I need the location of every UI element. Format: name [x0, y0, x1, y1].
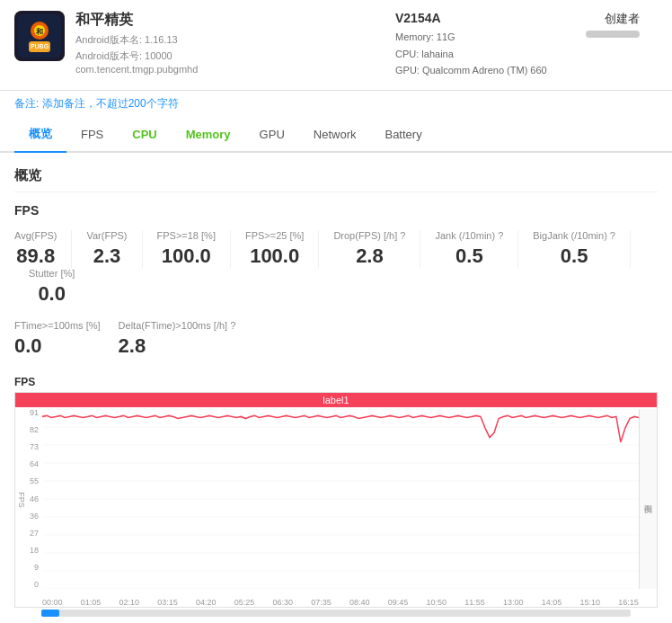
sub-metric-delta-label: Delta(FTime)>100ms [/h] ?	[119, 320, 236, 331]
app-header: PUBG 和 和平精英 Android版本名: 1.16.13 Android版…	[0, 0, 672, 91]
svg-text:和: 和	[35, 28, 43, 36]
fps-chart-svg	[42, 409, 639, 589]
app-name: 和平精英	[75, 11, 385, 30]
fps-sub-metrics-row: FTime>=100ms [%] 0.0 Delta(FTime)>100ms …	[14, 320, 658, 358]
x-label-1155: 11:55	[464, 598, 485, 607]
creator-section: 创建者	[586, 11, 658, 38]
chart-title: FPS	[14, 376, 658, 388]
metric-jank-label: Jank (/10min) ?	[435, 230, 503, 241]
app-icon: PUBG 和	[14, 11, 65, 61]
sub-metric-ftime-label: FTime>=100ms [%]	[14, 320, 101, 331]
main-content: 概览 FPS Avg(FPS) 89.8 Var(FPS) 2.3 FPS>=1…	[0, 153, 672, 623]
device-cpu: CPU: lahaina	[395, 46, 575, 63]
fps-chart-section: FPS label1 91 82 73 64 55 46 36 27 18 9 …	[14, 376, 658, 623]
tab-overview[interactable]: 概览	[14, 117, 66, 153]
y-label-82: 82	[30, 426, 39, 434]
device-version: V2154A	[395, 11, 575, 25]
metric-drop-fps: Drop(FPS) [/h] ? 2.8	[319, 230, 420, 268]
y-label-73: 73	[30, 443, 39, 451]
x-label-0630: 06:30	[273, 598, 294, 607]
fps-line	[42, 415, 639, 441]
svg-text:PUBG: PUBG	[31, 43, 49, 49]
x-label-1405: 14:05	[542, 598, 562, 607]
metric-var-fps-label: Var(FPS)	[86, 230, 127, 241]
x-label-0525: 05:25	[234, 598, 255, 607]
y-label-18: 18	[30, 547, 39, 555]
creator-label: 创建者	[586, 11, 658, 27]
y-label-46: 46	[30, 495, 39, 503]
tab-bar: 概览 FPS CPU Memory GPU Network Battery	[0, 117, 672, 153]
metric-fps25-value: 100.0	[245, 245, 304, 268]
chart-container[interactable]: label1 91 82 73 64 55 46 36 27 18 9 0	[14, 392, 658, 608]
chart-scrollbar-container	[14, 608, 658, 622]
app-info: 和平精英 Android版本名: 1.16.13 Android版本号: 100…	[75, 11, 385, 75]
tab-network[interactable]: Network	[299, 119, 371, 152]
metric-bigjank-value: 0.5	[533, 245, 615, 268]
y-label-27: 27	[30, 530, 39, 538]
y-label-64: 64	[30, 460, 39, 468]
sub-metric-ftime-value: 0.0	[14, 334, 101, 358]
x-label-1510: 15:10	[580, 598, 601, 607]
chart-scrollbar[interactable]	[41, 610, 631, 617]
y-label-9: 9	[34, 564, 39, 572]
sub-metric-delta-value: 2.8	[119, 334, 236, 358]
device-memory: Memory: 11G	[395, 29, 575, 46]
metric-jank-value: 0.5	[435, 245, 503, 268]
x-label-0840: 08:40	[349, 598, 370, 607]
device-gpu: GPU: Qualcomm Adreno (TM) 660	[395, 62, 575, 79]
metric-jank: Jank (/10min) ? 0.5	[420, 230, 518, 268]
fps-section: FPS Avg(FPS) 89.8 Var(FPS) 2.3 FPS>=18 […	[14, 203, 658, 623]
y-label-0: 0	[34, 581, 39, 589]
metric-avg-fps-label: Avg(FPS)	[14, 230, 57, 241]
tab-fps[interactable]: FPS	[66, 119, 118, 152]
notes-text[interactable]: 备注: 添加备注，不超过200个字符	[0, 91, 672, 117]
metric-fps25-label: FPS>=25 [%]	[245, 230, 304, 241]
x-label-0945: 09:45	[388, 598, 409, 607]
metric-fps18-label: FPS>=18 [%]	[157, 230, 216, 241]
metric-fps25: FPS>=25 [%] 100.0	[231, 230, 319, 268]
package-name: com.tencent.tmgp.pubgmhd	[75, 64, 385, 75]
x-label-1050: 10:50	[427, 598, 447, 607]
x-label-0735: 07:35	[311, 598, 332, 607]
x-label-0315: 03:15	[157, 598, 178, 607]
y-label-91: 91	[30, 409, 39, 417]
android-version: Android版本名: 1.16.13	[75, 32, 385, 49]
x-label-0105: 01:05	[81, 598, 102, 607]
metric-bigjank-label: BigJank (/10min) ?	[533, 230, 615, 241]
tab-cpu[interactable]: CPU	[118, 119, 171, 152]
x-label-0420: 04:20	[196, 598, 217, 607]
metric-stutter-label: Stutter [%]	[29, 268, 75, 279]
metric-bigjank: BigJank (/10min) ? 0.5	[518, 230, 631, 268]
metric-var-fps: Var(FPS) 2.3	[72, 230, 142, 268]
metric-drop-fps-label: Drop(FPS) [/h] ?	[333, 230, 405, 241]
metric-fps18: FPS>=18 [%] 100.0	[143, 230, 231, 268]
x-label-1300: 13:00	[503, 598, 524, 607]
creator-bar	[586, 31, 640, 38]
overview-title: 概览	[14, 167, 658, 192]
metric-stutter: Stutter [%] 0.0	[14, 268, 89, 306]
metric-fps18-value: 100.0	[157, 245, 216, 268]
x-label-1615: 16:15	[618, 598, 639, 607]
sub-metric-ftime: FTime>=100ms [%] 0.0	[14, 320, 119, 358]
chart-label-bar: label1	[15, 393, 657, 407]
x-label-0000: 00:00	[42, 598, 63, 607]
chart-right-panel: 图例	[639, 409, 657, 589]
tab-gpu[interactable]: GPU	[245, 119, 299, 152]
y-label-55: 55	[30, 477, 39, 485]
chart-x-axis: 00:00 01:05 02:10 03:15 04:20 05:25 06:3…	[42, 589, 639, 607]
metric-drop-fps-value: 2.8	[333, 245, 405, 268]
fps-y-axis-label: FPS	[17, 492, 26, 508]
metric-stutter-value: 0.0	[29, 282, 75, 306]
metric-var-fps-value: 2.3	[86, 245, 127, 268]
y-label-36: 36	[30, 512, 39, 521]
x-label-0210: 02:10	[119, 598, 140, 607]
device-info: V2154A Memory: 11G CPU: lahaina GPU: Qua…	[395, 11, 575, 79]
tab-battery[interactable]: Battery	[370, 119, 436, 152]
android-build: Android版本号: 10000	[75, 49, 385, 65]
fps-section-title: FPS	[14, 203, 658, 218]
fps-metrics-row: Avg(FPS) 89.8 Var(FPS) 2.3 FPS>=18 [%] 1…	[14, 230, 658, 306]
sub-metric-delta: Delta(FTime)>100ms [/h] ? 2.8	[119, 320, 254, 358]
tab-memory[interactable]: Memory	[172, 119, 245, 152]
metric-avg-fps: Avg(FPS) 89.8	[14, 230, 72, 268]
scroll-indicator	[41, 610, 59, 617]
